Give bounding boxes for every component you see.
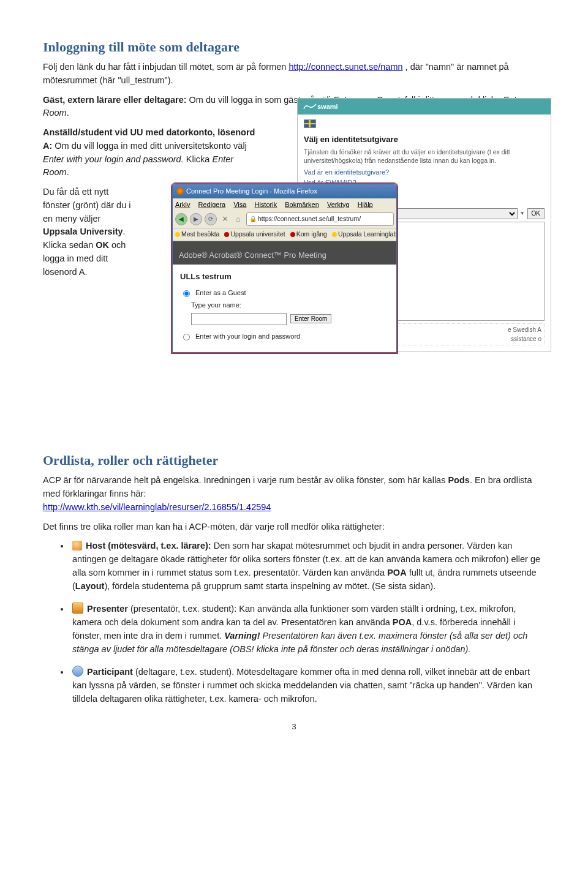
nav-stop-button[interactable]: ✕ [219,214,230,225]
text-bold: OK [96,240,109,250]
text-bold: POA [393,617,412,627]
firefox-window-screenshot: Connect Pro Meeting Login - Mozilla Fire… [172,183,398,353]
participant-icon [72,666,83,677]
text: Du får då ett nytt fönster (grönt) där d… [43,187,130,224]
window-titlebar: Connect Pro Meeting Login - Mozilla Fire… [173,184,396,198]
bookmark-item[interactable]: Uppsala universitet [224,230,285,239]
text-bold: Presenter [87,604,128,614]
menu-item[interactable]: Historik [254,201,277,208]
text-bold: Participant [87,667,133,677]
text-bold: Pods [448,475,469,485]
role-item-host: Host (mötesvärd, t.ex. lärare): Den som … [70,539,545,593]
text-bold: Host (mötesvärd, t.ex. lärare): [86,541,211,551]
nav-home-button[interactable]: ⌂ [233,214,244,225]
text-bold: POA [387,568,406,577]
page-content-header: Adobe® Acrobat® Connect™ Pro Meeting [173,241,396,265]
chevron-down-icon: ▼ [520,210,525,217]
bookmark-item[interactable]: Uppsala Learninglab [332,230,396,239]
url-text: https://connect.sunet.se/ull_testrum/ [258,215,361,222]
text: ACP är för närvarande helt på engelska. … [43,475,448,485]
bookmarks-toolbar[interactable]: Mest besökta Uppsala universitet Kom igå… [173,228,396,241]
presenter-icon [72,603,83,614]
staff-paragraph: Anställd/student vid UU med datorkonto, … [43,126,257,179]
role-item-participant: Participant (deltagare, t.ex. student). … [70,666,545,705]
heading-ordlista: Ordlista, roller och rättigheter [43,450,545,470]
ordlista-paragraph-1: ACP är för närvarande helt på engelska. … [43,474,545,514]
nav-back-button[interactable]: ◀ [175,213,187,225]
swami-description: Tjänsten du försöker nå kräver att du vä… [304,148,545,165]
swami-logo-icon [303,102,317,111]
firefox-icon [176,187,184,195]
text: Om du vill logga in med ditt universitet… [55,141,247,151]
text: . [67,108,69,118]
nav-forward-button[interactable]: ▶ [190,213,202,225]
swami-ok-button[interactable]: OK [527,208,545,219]
radio-guest[interactable] [183,290,190,297]
menu-item[interactable]: Redigera [198,201,226,208]
swami-brand-label: swami [317,102,338,112]
text-italic: Enter with your login and password. [43,154,186,164]
page-number: 3 [43,721,545,733]
swedish-flag-icon [304,119,316,128]
menu-bar[interactable]: Arkiv Redigera Visa Historik Bokmärken V… [173,198,396,211]
room-title-label: ULLs testrum [180,271,389,283]
text-bold: Uppsala University [43,227,123,236]
menu-item[interactable]: Verktyg [327,201,350,208]
window-title: Connect Pro Meeting Login - Mozilla Fire… [186,186,317,197]
roles-intro-paragraph: Det finns tre olika roller man kan ha i … [43,521,545,534]
login-panel: ULLs testrum Enter as a Guest Type your … [173,265,396,352]
swami-faq-link-1[interactable]: Vad är en identitetsutgivare? [304,168,389,176]
roles-list: Host (mötesvärd, t.ex. lärare): Den som … [43,539,545,705]
role-item-presenter: Presenter (presentatör, t.ex. student): … [70,603,545,656]
text: . [67,167,69,177]
enter-room-button[interactable]: Enter Room [290,314,331,323]
name-field-label: Type your name: [191,300,241,310]
bookmark-item[interactable]: Mest besökta [175,230,219,239]
text: Klicka [186,154,213,164]
menu-item[interactable]: Visa [233,201,246,208]
intro-paragraph: Följ den länk du har fått i inbjudan til… [43,61,545,88]
menu-item[interactable]: Arkiv [175,201,190,208]
swami-header-bar: swami [298,99,551,115]
guest-name-input[interactable] [191,313,287,325]
address-bar[interactable]: 🔒https://connect.sunet.se/ull_testrum/ [246,212,394,226]
heading-inloggning: Inloggning till möte som deltagare [43,37,545,57]
radio-guest-label: Enter as a Guest [195,288,246,298]
text-bold: Layout [75,581,105,591]
radio-login-label: Enter with your login and password [195,331,300,342]
text-warning: Varning! [224,631,260,641]
kth-link[interactable]: http://www.kth.se/vil/learninglab/resurs… [43,502,271,512]
menu-item[interactable]: Hjälp [358,201,373,208]
swami-heading: Välj en identitetsutgivare [304,133,545,146]
green-window-paragraph: Du får då ett nytt fönster (grönt) där d… [43,186,135,279]
acp-product-label: Adobe® Acrobat® Connect™ Pro Meeting [179,251,326,260]
bookmark-item[interactable]: Kom igång [290,230,327,239]
lock-icon: 🔒 [249,216,257,222]
radio-login[interactable] [183,334,190,340]
example-url-link[interactable]: http://connect.sunet.se/namn [288,62,402,72]
menu-item[interactable]: Bokmärken [285,201,319,208]
text: Följ den länk du har fått i inbjudan til… [43,62,288,72]
nav-toolbar: ◀ ▶ ⟳ ✕ ⌂ 🔒https://connect.sunet.se/ull_… [173,211,396,228]
text: (deltagare, t.ex. student). Mötesdeltaga… [72,667,532,704]
nav-reload-button[interactable]: ⟳ [205,213,217,225]
host-icon [72,541,82,551]
text-bold: Gäst, extern lärare eller deltagare: [43,95,189,105]
text: ), fördela studenterna på grupprum samt … [104,581,435,591]
